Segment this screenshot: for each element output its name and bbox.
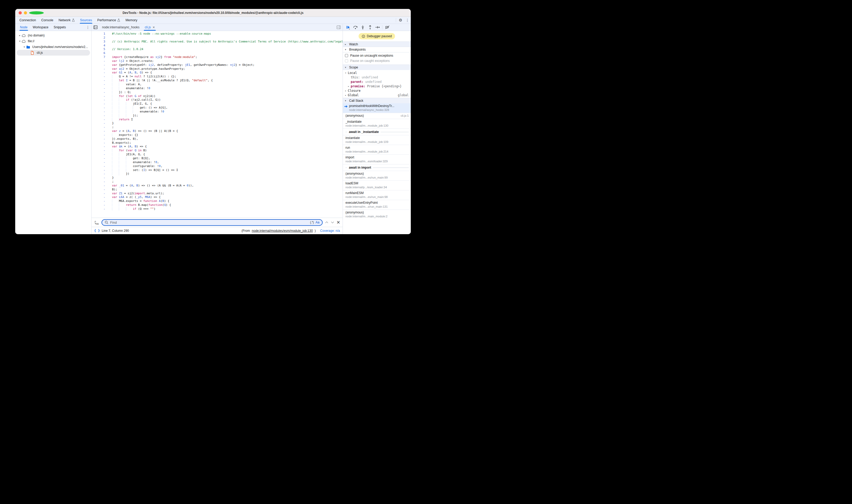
line-dash[interactable]: - xyxy=(91,106,106,110)
match-case-toggle[interactable]: Aa xyxy=(316,220,319,224)
line-dash[interactable]: - xyxy=(91,102,106,106)
close-tab-icon[interactable]: × xyxy=(153,25,155,29)
line-dash[interactable]: - xyxy=(91,67,106,71)
section-scope[interactable]: ▾ Scope xyxy=(343,65,411,70)
line-dash[interactable]: - xyxy=(91,71,106,75)
line-dash[interactable]: - xyxy=(91,98,106,102)
line-dash[interactable]: - xyxy=(91,192,106,196)
line-number[interactable]: 2 xyxy=(91,36,106,40)
line-dash[interactable]: - xyxy=(91,118,106,122)
line-number[interactable]: 6 xyxy=(91,51,106,55)
close-find-icon[interactable]: ✕ xyxy=(337,220,340,225)
navigator-kebab-menu-icon[interactable]: ⋮ xyxy=(85,24,91,31)
callstack-frame-promiseinithookwithdestroytr[interactable]: promiseInitHookWithDestroyTr...node:inte… xyxy=(343,103,411,113)
panel-right-icon[interactable] xyxy=(335,24,342,31)
navigator-tab-node[interactable]: Node xyxy=(17,24,30,31)
line-dash[interactable]: - xyxy=(91,83,106,87)
section-watch[interactable]: ▸ Watch xyxy=(343,41,411,47)
section-breakpoints[interactable]: ▾ Breakpoints xyxy=(343,47,411,52)
callstack-frame-instantiate[interactable]: _instantiatenode:internal/m...module_job… xyxy=(343,119,411,128)
tree-item-no-domain[interactable]: ▸(no domain) xyxy=(17,33,90,38)
line-dash[interactable]: - xyxy=(91,110,106,114)
line-dash[interactable]: - xyxy=(91,141,106,145)
tab-connection[interactable]: Connection xyxy=(17,17,39,23)
step-into-icon[interactable] xyxy=(359,24,366,31)
line-dash[interactable]: - xyxy=(91,145,106,149)
from-source-link[interactable]: node:internal/modules/esm/module_job:130 xyxy=(252,229,313,233)
find-input[interactable] xyxy=(110,220,308,224)
line-number[interactable]: 4 xyxy=(91,44,106,48)
line-dash[interactable]: - xyxy=(91,188,106,192)
line-dash[interactable]: - xyxy=(91,176,106,180)
line-dash[interactable]: - xyxy=(91,195,106,199)
minimize-icon[interactable] xyxy=(24,11,27,14)
line-dash[interactable]: - xyxy=(91,137,106,141)
replace-toggle-icon[interactable]: AB xyxy=(94,220,99,225)
editor-tab-cli-js[interactable]: cli.js× xyxy=(142,24,158,31)
kebab-menu-icon[interactable]: ⋮ xyxy=(404,17,411,23)
line-dash[interactable]: - xyxy=(91,203,106,207)
tab-performance[interactable]: Performance xyxy=(95,17,123,23)
scope-group-global[interactable]: ▸Globalglobal xyxy=(343,93,411,97)
tree-item-file[interactable]: ▾file:// xyxy=(17,38,90,44)
line-dash[interactable]: - xyxy=(91,157,106,161)
line-dash[interactable]: - xyxy=(91,87,106,90)
line-dash[interactable]: - xyxy=(91,199,106,203)
tab-console[interactable]: Console xyxy=(39,17,56,23)
scope-prop-parent[interactable]: parent:undefined xyxy=(343,79,411,84)
scope-prop-promise[interactable]: ▸promise:Promise {<pending>} xyxy=(343,84,411,88)
gear-icon[interactable]: ⚙ xyxy=(397,17,404,23)
callstack-frame-import[interactable]: importnode:internal/m...esm/loader:329 xyxy=(343,155,411,164)
callstack-frame-anonymous[interactable]: (anonymous)node:internal/m...es/run_main… xyxy=(343,171,411,180)
line-dash[interactable]: - xyxy=(91,184,106,188)
line-dash[interactable]: - xyxy=(91,59,106,63)
navigator-tab-workspace[interactable]: Workspace xyxy=(30,24,51,31)
line-number[interactable]: 3 xyxy=(91,40,106,44)
line-dash[interactable]: - xyxy=(91,133,106,137)
line-dash[interactable]: - xyxy=(91,114,106,118)
tab-sources[interactable]: Sources xyxy=(77,17,95,23)
callstack-frame-anonymous[interactable]: (anonymous)node:internal/m...main_module… xyxy=(343,210,411,219)
line-number[interactable]: 7 xyxy=(91,55,106,59)
line-dash[interactable]: - xyxy=(91,152,106,157)
line-dash[interactable]: - xyxy=(91,207,106,211)
callstack-frame-loadesm[interactable]: loadESMnode:internal/p.../esm_loader:34 xyxy=(343,180,411,190)
panel-left-icon[interactable] xyxy=(91,24,100,31)
step-icon[interactable] xyxy=(374,24,381,31)
line-dash[interactable]: - xyxy=(91,172,106,176)
step-out-icon[interactable] xyxy=(367,24,374,31)
regex-toggle[interactable]: (.*) xyxy=(310,220,314,224)
checkbox[interactable] xyxy=(345,54,348,57)
line-dash[interactable]: - xyxy=(91,94,106,98)
callstack-frame-executeuserentrypoint[interactable]: executeUserEntryPointnode:internal/m...s… xyxy=(343,200,411,210)
callstack-frame-run[interactable]: runnode:internal/m...module_job:214 xyxy=(343,145,411,155)
chevron-down-icon[interactable] xyxy=(331,221,334,223)
scope-group-local[interactable]: ▾Local xyxy=(343,71,411,75)
callstack-frame-anonymous[interactable]: (anonymous)cli.js:1 xyxy=(343,113,411,119)
line-dash[interactable]: - xyxy=(91,168,106,172)
line-dash[interactable]: - xyxy=(91,129,106,133)
callstack-frame-instantiate[interactable]: instantiatenode:internal/m...module_job:… xyxy=(343,135,411,145)
navigator-tab-snippets[interactable]: Snippets xyxy=(51,24,69,31)
scope-group-closure[interactable]: ▸Closure xyxy=(343,88,411,93)
line-dash[interactable]: - xyxy=(91,149,106,152)
scope-prop-this[interactable]: this:undefined xyxy=(343,75,411,79)
line-dash[interactable]: - xyxy=(91,121,106,125)
braces-icon[interactable]: { } xyxy=(94,229,100,233)
line-dash[interactable]: - xyxy=(91,79,106,83)
line-dash[interactable]: - xyxy=(91,90,106,94)
step-over-icon[interactable] xyxy=(352,24,359,31)
line-dash[interactable]: - xyxy=(91,161,106,164)
line-dash[interactable]: - xyxy=(91,63,106,67)
editor-tab-node-internal-async-hooks[interactable]: node:internal/async_hooks xyxy=(100,24,142,31)
line-number[interactable]: 5 xyxy=(91,48,106,51)
tab-memory[interactable]: Memory xyxy=(123,17,140,23)
tree-item-users-jinhuilee-nvm-versions-node-v2[interactable]: ▾Users/jinhuilee/.nvm/versions/node/v2..… xyxy=(17,44,90,50)
chevron-up-icon[interactable] xyxy=(325,221,329,223)
line-dash[interactable]: - xyxy=(91,180,106,184)
deactivate-breakpoints-icon[interactable] xyxy=(384,24,391,31)
close-icon[interactable] xyxy=(19,11,22,14)
callstack-frame-runmainesm[interactable]: runMainESMnode:internal/m...es/run_main:… xyxy=(343,190,411,200)
tree-item-cli-js[interactable]: cli.js xyxy=(17,50,90,56)
line-dash[interactable]: - xyxy=(91,164,106,168)
